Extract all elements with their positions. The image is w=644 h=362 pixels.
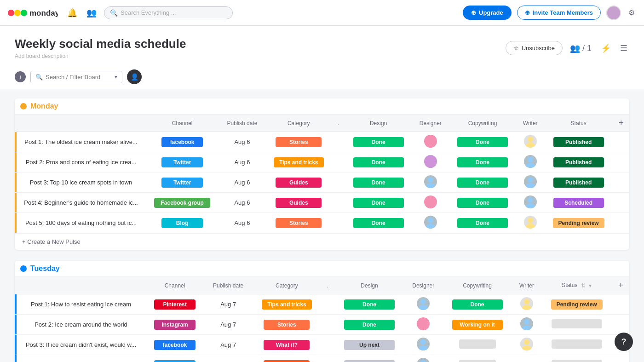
people-button[interactable]: 👥 (85, 6, 98, 20)
help-button[interactable]: ? (615, 333, 633, 351)
monday-group-dot[interactable] (20, 103, 27, 109)
designer-avatar[interactable] (417, 297, 430, 310)
row-channel[interactable]: Facebook group (145, 193, 219, 213)
writer-avatar[interactable] (524, 175, 537, 188)
row-designer[interactable] (404, 335, 442, 355)
info-button[interactable]: i (15, 71, 26, 82)
row-design[interactable]: Done (345, 213, 412, 233)
logo[interactable]: monday (7, 5, 58, 21)
row-channel[interactable]: facebook (145, 335, 204, 355)
row-design[interactable]: Done (334, 294, 404, 315)
row-status[interactable] (541, 315, 612, 335)
designer-avatar[interactable] (417, 338, 430, 351)
designer-avatar[interactable] (424, 155, 437, 168)
row-channel[interactable]: Twitter (145, 172, 219, 193)
row-copywriting[interactable]: Done (442, 294, 512, 315)
tuesday-group-dot[interactable] (20, 265, 27, 272)
th-add-col[interactable]: + (613, 115, 629, 132)
row-category[interactable]: Stories (265, 132, 332, 152)
invite-button[interactable]: ⊕ Invite Team Members (517, 6, 601, 20)
row-channel[interactable]: Blog (145, 213, 219, 233)
row-writer[interactable] (517, 213, 544, 233)
row-writer[interactable] (512, 315, 541, 335)
monday-group-title[interactable]: Monday (30, 102, 58, 110)
writer-avatar[interactable] (524, 155, 537, 168)
row-name[interactable]: Post 4: What type of ice cream are you? (17, 355, 145, 362)
row-writer[interactable] (512, 294, 541, 315)
row-name[interactable]: Post 2: Pros and cons of eating ice crea… (17, 152, 145, 172)
row-designer[interactable] (404, 355, 442, 362)
row-category[interactable]: Guides (265, 172, 332, 193)
row-channel[interactable]: Twitter (145, 152, 219, 172)
th-add-col-tue[interactable]: + (612, 277, 629, 294)
row-category[interactable]: Tips and tricks (265, 152, 332, 172)
row-category[interactable]: Stories (252, 315, 321, 335)
row-status[interactable]: Published (544, 152, 613, 172)
writer-avatar[interactable] (520, 317, 533, 330)
notifications-button[interactable]: 🔔 (65, 6, 79, 20)
row-channel[interactable]: Pinterest (145, 294, 204, 315)
row-category[interactable]: Guides (265, 193, 332, 213)
sort-icon[interactable]: ⇅ (581, 282, 586, 289)
unsubscribe-button[interactable]: ☆ Unsubscribe (506, 41, 563, 55)
row-copywriting[interactable] (442, 335, 512, 355)
row-writer[interactable] (512, 335, 541, 355)
row-name[interactable]: Post 2: Ice cream around the world (17, 315, 145, 335)
row-design[interactable]: Done (345, 193, 412, 213)
row-designer[interactable] (404, 294, 442, 315)
row-status[interactable] (541, 355, 612, 362)
row-writer[interactable] (517, 172, 544, 193)
row-writer[interactable] (512, 355, 541, 362)
monday-create-pulse[interactable]: + Create a New Pulse (15, 233, 629, 250)
members-button[interactable]: 👥 / 1 (568, 41, 593, 55)
row-category[interactable]: Tips and tricks (252, 294, 321, 315)
row-copywriting[interactable]: Done (449, 132, 517, 152)
row-writer[interactable] (517, 152, 544, 172)
row-designer[interactable] (412, 152, 448, 172)
row-writer[interactable] (517, 193, 544, 213)
row-designer[interactable] (412, 172, 448, 193)
designer-avatar[interactable] (417, 358, 430, 362)
row-design[interactable]: Done (345, 132, 412, 152)
row-category[interactable]: Stories (265, 213, 332, 233)
writer-avatar[interactable] (524, 216, 537, 229)
row-name[interactable]: Post 1: How to resist eating ice cream (17, 294, 145, 315)
row-designer[interactable] (412, 132, 448, 152)
writer-avatar[interactable] (520, 297, 533, 310)
designer-avatar[interactable] (424, 195, 437, 208)
writer-avatar[interactable] (524, 135, 537, 148)
row-copywriting[interactable]: Done (449, 213, 517, 233)
row-designer[interactable] (412, 193, 448, 213)
row-channel[interactable]: facebook (145, 132, 219, 152)
settings-icon[interactable]: ⚙ (627, 6, 637, 19)
page-subtitle[interactable]: Add board description (15, 53, 186, 59)
row-copywriting[interactable]: Done (449, 172, 517, 193)
row-design[interactable]: Done (334, 315, 404, 335)
add-col-icon[interactable]: + (619, 118, 624, 127)
row-writer[interactable] (517, 132, 544, 152)
row-designer[interactable] (412, 213, 448, 233)
activity-button[interactable]: ⚡ (599, 41, 613, 55)
filter-icon[interactable]: ▾ (589, 282, 592, 289)
row-name[interactable]: Post 4: Beginner's guide to homemade ic.… (17, 193, 145, 213)
row-design[interactable]: Up next (334, 355, 404, 362)
tuesday-group-title[interactable]: Tuesday (30, 264, 60, 273)
menu-button[interactable]: ☰ (618, 41, 629, 55)
row-category[interactable]: What if? (252, 335, 321, 355)
avatar[interactable] (606, 6, 621, 20)
row-name[interactable]: Post 3: If ice cream didn't exist, would… (17, 335, 145, 355)
row-status[interactable]: Published (544, 172, 613, 193)
row-status[interactable]: Pending review (541, 294, 612, 315)
designer-avatar[interactable] (424, 135, 437, 148)
row-design[interactable]: Done (345, 152, 412, 172)
filter-arrow-icon[interactable]: ▾ (115, 74, 117, 80)
upgrade-button[interactable]: ⊕ Upgrade (463, 6, 512, 20)
row-name[interactable]: Post 5: 100 days of eating nothing but i… (17, 213, 145, 233)
row-name[interactable]: Post 3: Top 10 ice cream spots in town (17, 172, 145, 193)
row-copywriting[interactable]: Working on it (442, 315, 512, 335)
row-design[interactable]: Done (345, 172, 412, 193)
row-designer[interactable] (404, 315, 442, 335)
row-status[interactable] (541, 335, 612, 355)
row-status[interactable]: Scheduled (544, 193, 613, 213)
row-channel[interactable]: Twitter (145, 355, 204, 362)
